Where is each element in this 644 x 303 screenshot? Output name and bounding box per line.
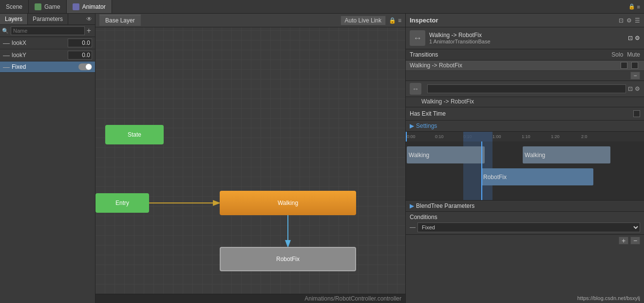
tab-layers[interactable]: Layers (0, 14, 28, 24)
insp-icon-3[interactable]: ☰ (635, 17, 640, 24)
top-right-controls: 🔒 ≡ (625, 0, 644, 13)
blend-tree-label: BlendTree Parameters (416, 202, 474, 209)
solo-label: Solo (611, 51, 623, 58)
mute-checkbox[interactable] (631, 62, 638, 69)
tab-parameters[interactable]: Parameters (28, 14, 68, 24)
remove-condition-button[interactable]: − (630, 237, 640, 244)
timeline-playhead[interactable] (481, 141, 482, 200)
sub-insp-icon-box: ↔ (410, 83, 421, 95)
menu-icon-2[interactable]: ≡ (398, 17, 401, 24)
condition-minus: — (410, 224, 416, 231)
has-exit-label: Has Exit Time (410, 110, 633, 117)
watermark: https://blog.csdn.net/bsxylj (577, 295, 640, 301)
mute-label: Mute (627, 51, 640, 58)
eye-button[interactable]: 👁 (83, 14, 95, 24)
settings-arrow-icon: ▶ (410, 122, 414, 129)
transition-sub-title: 1 AnimatorTransitionBase (429, 39, 491, 44)
toggle-knob (86, 64, 92, 70)
fixed-minus: — (3, 63, 10, 71)
sub-settings-icon[interactable]: ⚙ (635, 85, 640, 92)
inspector-icons: ⊡ ⚙ ☰ (619, 17, 640, 24)
top-spacer (112, 0, 625, 13)
animator-area: Base Layer Auto Live Link 🔒 ≡ (95, 14, 405, 303)
solo-checkbox[interactable] (621, 62, 627, 69)
conditions-section: Conditions — Fixed (406, 212, 644, 235)
node-walking[interactable]: Walking (220, 191, 356, 215)
add-condition-button[interactable]: + (619, 237, 628, 244)
lock-icon[interactable]: 🔒 (628, 3, 635, 10)
fixed-toggle[interactable] (78, 63, 92, 70)
transition-main-title: Walking -> RobotFix (429, 32, 491, 39)
transition-row[interactable]: Walking -> RobotFix (406, 61, 644, 71)
param-row-looky: — lookY (0, 49, 95, 61)
left-panel: Layers Parameters 👁 🔍 + — lookX — lookY … (0, 14, 95, 303)
base-layer-tab[interactable]: Base Layer (99, 15, 141, 26)
minus-row: − (406, 71, 644, 81)
inspector-header: Inspector ⊡ ⚙ ☰ (406, 14, 644, 27)
param-minus-lookx: — (3, 39, 10, 47)
settings-label: Settings (416, 122, 437, 129)
inspector-title: Inspector (410, 17, 619, 24)
clip-walking-2[interactable]: Walking (523, 146, 610, 163)
animator-top-bar: Base Layer Auto Live Link 🔒 ≡ (95, 14, 405, 27)
sub-transition-input[interactable] (427, 84, 626, 93)
transition-info-header: ↔ Walking -> RobotFix 1 AnimatorTransiti… (406, 27, 644, 49)
animator-label: Animator (82, 3, 106, 10)
timeline: 0:00 0:10 0:10 1:00 1:10 1:20 2:0 Walkin… (406, 132, 644, 201)
add-button[interactable]: + (85, 26, 93, 35)
node-robotfix[interactable]: RobotFix (220, 247, 356, 271)
condition-select[interactable]: Fixed (417, 222, 640, 232)
ruler-tick-5: 1:20 (551, 134, 560, 139)
fixed-row: — Fixed (0, 61, 95, 73)
insp-icon-2[interactable]: ⚙ (626, 17, 632, 24)
insp-header-icons: ⊡ ⚙ (628, 35, 640, 41)
ruler-tick-6: 2:0 (581, 134, 587, 139)
left-panel-tabs: Layers Parameters 👁 (0, 14, 95, 25)
timeline-tracks: Walking Walking RobotFix (406, 141, 644, 200)
minus-button[interactable]: − (630, 72, 640, 80)
main-area: Layers Parameters 👁 🔍 + — lookX — lookY … (0, 14, 644, 303)
clip-walking-1[interactable]: Walking (407, 146, 485, 163)
blend-tree-row[interactable]: ▶ BlendTree Parameters (406, 201, 644, 212)
game-label: Game (44, 3, 60, 10)
tab-game[interactable]: Game (29, 0, 67, 13)
sub-file-icon[interactable]: ⊡ (628, 85, 633, 92)
param-value-looky[interactable] (68, 51, 92, 60)
ruler-selection (463, 132, 492, 141)
ruler-tick-0: 0:00 (407, 134, 416, 139)
right-panel: Inspector ⊡ ⚙ ☰ ↔ Walking -> RobotFix 1 … (405, 14, 644, 303)
transition-icon: ↔ (413, 33, 422, 43)
has-exit-time-row: Has Exit Time (406, 107, 644, 121)
ruler-tick-4: 1:10 (522, 134, 530, 139)
param-label-lookx: lookX (12, 40, 68, 46)
footer-bar: Animations/RobotController.controller (95, 294, 405, 303)
param-value-lookx[interactable] (68, 39, 92, 47)
conditions-label: Conditions (410, 214, 640, 221)
insp-icon-1[interactable]: ⊡ (619, 17, 624, 24)
has-exit-checkbox[interactable] (633, 110, 640, 117)
transitions-section-header: Transitions Solo Mute (406, 49, 644, 61)
settings-row[interactable]: ▶ Settings (406, 121, 644, 132)
scene-label: Scene (6, 3, 22, 10)
menu-icon[interactable]: ≡ (637, 4, 640, 10)
transition-row-name: Walking -> RobotFix (410, 62, 619, 69)
node-entry[interactable]: Entry (95, 193, 149, 213)
clip-robotfix[interactable]: RobotFix (481, 168, 593, 185)
solo-mute-labels: Solo Mute (611, 51, 640, 58)
timeline-ruler: 0:00 0:10 0:10 1:00 1:10 1:20 2:0 (406, 132, 644, 141)
auto-live-link-button[interactable]: Auto Live Link (341, 16, 386, 25)
add-minus-row: + − (406, 235, 644, 246)
tab-animator[interactable]: Animator (67, 0, 112, 13)
transition-title-group: Walking -> RobotFix 1 AnimatorTransition… (429, 32, 491, 44)
search-input[interactable] (11, 26, 85, 35)
transition-icon-box: ↔ (410, 30, 425, 46)
top-bar: Scene Game Animator 🔒 ≡ (0, 0, 644, 14)
insp-settings-icon[interactable]: ⚙ (635, 35, 640, 41)
node-state[interactable]: State (105, 125, 164, 144)
lock-icon-2[interactable]: 🔒 (389, 17, 396, 24)
sub-inspector-header: ↔ ⊡ ⚙ (406, 81, 644, 97)
animator-canvas[interactable]: State Entry Walking RobotFix (95, 27, 405, 294)
tab-scene[interactable]: Scene (0, 0, 29, 13)
insp-file-icon[interactable]: ⊡ (628, 35, 633, 41)
sub-transition-title-row: Walking -> RobotFix (406, 97, 644, 107)
